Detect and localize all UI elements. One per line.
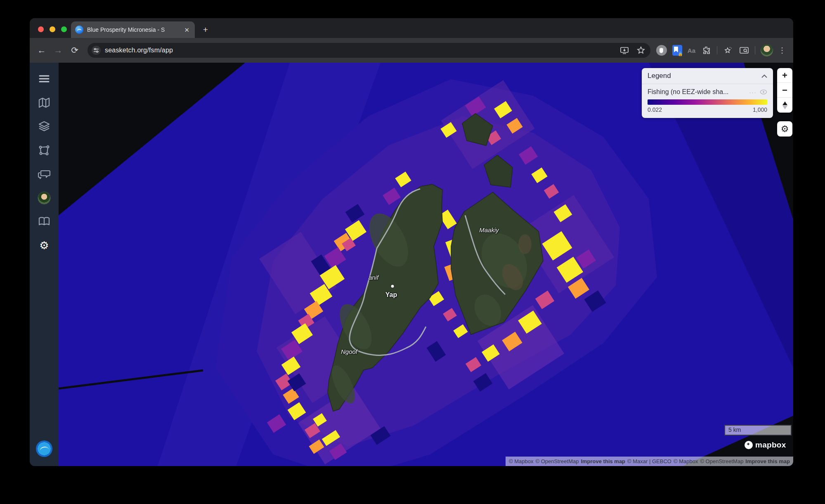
menu-hamburger-icon[interactable]: [37, 72, 51, 86]
new-tab-button[interactable]: +: [200, 24, 211, 35]
close-window-button[interactable]: [38, 26, 44, 32]
mapbox-mark-icon: [745, 441, 753, 449]
toolbar-divider: [755, 46, 755, 54]
seasketch-logo[interactable]: [36, 440, 52, 457]
legend-min-value: 0.022: [648, 106, 662, 113]
map-scale-bar: 5 km: [724, 425, 792, 436]
legend-color-ramp: [648, 99, 767, 105]
side-search-icon[interactable]: [739, 45, 749, 56]
compass-icon: [782, 101, 787, 109]
city-label-yap: Yap: [385, 291, 397, 299]
legend-title: Legend: [648, 72, 671, 80]
attribution-link[interactable]: © Mapbox: [674, 458, 698, 464]
back-button[interactable]: ←: [35, 43, 49, 57]
sidebar-settings-icon[interactable]: ⚙: [37, 238, 51, 252]
site-settings-icon[interactable]: [92, 46, 101, 55]
extension-icons: Aa ⋮: [654, 44, 788, 57]
tab-title: Blue Prosperity Micronesia - S: [87, 26, 179, 33]
improve-map-link[interactable]: Improve this map: [745, 458, 790, 464]
zoom-in-button[interactable]: +: [777, 68, 792, 83]
map-zoom-controls: + −: [777, 68, 792, 113]
city-marker-yap: [391, 285, 394, 288]
legend-header[interactable]: Legend: [642, 68, 773, 84]
toolbar-divider: [717, 46, 717, 54]
app-sidebar: ⚙: [30, 63, 59, 466]
legend-layer-row: Fishing (no EEZ-wide sha... ··· 0.022 1,…: [642, 84, 773, 118]
place-label-maakiy: Maakiy: [479, 226, 499, 233]
forward-button[interactable]: →: [51, 43, 65, 57]
zoom-out-button[interactable]: −: [777, 83, 792, 98]
minimize-window-button[interactable]: [50, 26, 55, 32]
extensions-puzzle-icon[interactable]: [701, 45, 712, 56]
seasketch-favicon: [75, 26, 83, 34]
sidebar-item-maps[interactable]: [37, 96, 51, 110]
map-settings-button[interactable]: ⚙: [777, 121, 792, 137]
bookmark-star-icon[interactable]: [636, 45, 646, 56]
layer-visibility-eye-icon[interactable]: [760, 89, 767, 94]
mapbox-logo[interactable]: mapbox: [745, 440, 786, 450]
attribution-link[interactable]: © OpenStreetMap: [535, 458, 579, 464]
map-attribution: © Mapbox © OpenStreetMap Improve this ma…: [506, 457, 793, 466]
content-blocker-icon[interactable]: [656, 45, 667, 56]
browser-window: Blue Prosperity Micronesia - S ✕ + ← → ⟳…: [30, 18, 793, 466]
chrome-menu-icon[interactable]: ⋮: [778, 46, 786, 55]
chevron-up-icon[interactable]: [761, 74, 767, 78]
browser-tab[interactable]: Blue Prosperity Micronesia - S ✕: [71, 21, 195, 38]
map-graphics: [59, 63, 793, 466]
map-canvas[interactable]: Maakiy Yap anif Ngoof Legend Fishing (no…: [59, 63, 793, 466]
install-app-icon[interactable]: [619, 45, 630, 56]
legend-max-value: 1,000: [753, 106, 767, 113]
fullscreen-window-button[interactable]: [61, 26, 67, 32]
user-avatar[interactable]: [38, 191, 51, 205]
sidebar-item-forums[interactable]: [37, 167, 51, 181]
place-label-ngoof: Ngoof: [341, 348, 357, 355]
place-label-anif: anif: [369, 274, 378, 281]
tab-strip: Blue Prosperity Micronesia - S ✕ +: [30, 18, 793, 38]
close-tab-icon[interactable]: ✕: [183, 26, 191, 34]
sidebar-item-sketch[interactable]: [37, 144, 51, 158]
address-bar[interactable]: seasketch.org/fsm/app: [87, 43, 650, 58]
profile-avatar[interactable]: [761, 44, 773, 57]
sparkle-star-icon[interactable]: [723, 45, 733, 56]
browser-toolbar: ← → ⟳ seasketch.org/fsm/app: [30, 38, 793, 63]
url-text[interactable]: seasketch.org/fsm/app: [105, 47, 616, 54]
password-manager-icon[interactable]: [672, 45, 682, 56]
sidebar-item-docs[interactable]: [37, 214, 51, 228]
mapbox-wordmark: mapbox: [755, 440, 786, 450]
sidebar-item-layers[interactable]: [37, 120, 51, 134]
attribution-link[interactable]: © OpenStreetMap: [700, 458, 743, 464]
reload-button[interactable]: ⟳: [68, 43, 82, 57]
reader-mode-icon[interactable]: Aa: [688, 47, 695, 54]
improve-map-link[interactable]: Improve this map: [581, 458, 625, 464]
compass-reset-button[interactable]: [777, 98, 792, 113]
layer-menu-icon[interactable]: ···: [749, 89, 756, 96]
attribution-link[interactable]: © Mapbox: [509, 458, 533, 464]
legend-panel: Legend Fishing (no EEZ-wide sha... ···: [642, 68, 773, 118]
attribution-link[interactable]: © Maxar | GEBCO: [627, 458, 671, 464]
layer-name: Fishing (no EEZ-wide sha...: [648, 88, 749, 96]
